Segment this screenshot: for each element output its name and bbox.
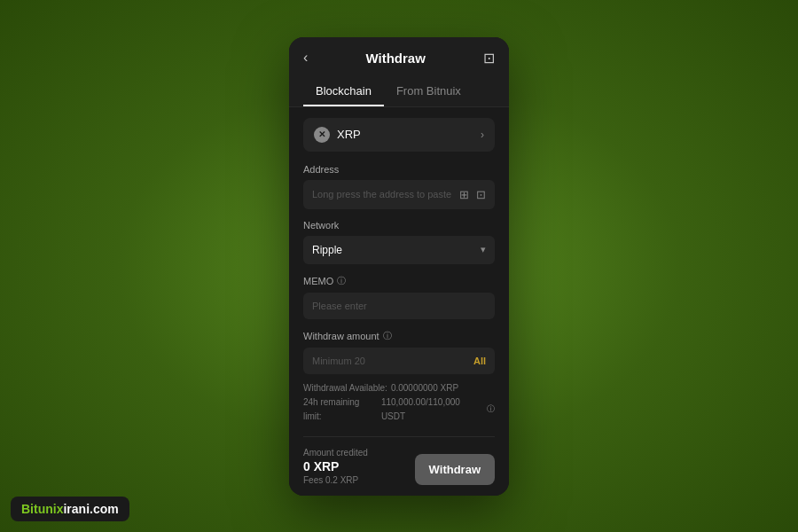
amount-credited-block: Amount credited 0 XRP Fees 0.2 XRP	[303, 448, 415, 485]
chevron-right-icon: ›	[481, 129, 484, 141]
tab-from-bitnuix[interactable]: From Bitnuix	[384, 77, 473, 106]
memo-label-row: MEMO ⓘ	[303, 275, 495, 287]
header-icon[interactable]: ⊡	[483, 50, 495, 66]
tab-bar: Blockchain From Bitnuix	[303, 77, 495, 106]
available-label: Withdrawal Available:	[303, 381, 387, 395]
xrp-icon: ✕	[314, 127, 330, 143]
brand-green: Bitunix	[21, 502, 63, 516]
limit-info-icon[interactable]: ⓘ	[487, 403, 495, 415]
limit-value: 110,000.00/110,000 USDT	[381, 395, 483, 424]
currency-name: XRP	[337, 128, 361, 141]
memo-label: MEMO	[303, 276, 333, 286]
withdraw-button[interactable]: Withdraw	[415, 454, 495, 485]
amount-label: Withdraw amount	[303, 331, 379, 341]
divider	[303, 436, 495, 437]
network-select[interactable]: Ripple ▾	[303, 236, 495, 264]
page-title: Withdraw	[365, 51, 425, 66]
watermark: Bitunix irani.com	[11, 497, 129, 521]
memo-placeholder: Please enter	[312, 301, 486, 311]
withdrawal-info: Withdrawal Available: 0.00000000 XRP 24h…	[303, 381, 495, 424]
all-button[interactable]: All	[473, 356, 486, 366]
fees-text: Fees 0.2 XRP	[303, 475, 415, 485]
tab-blockchain[interactable]: Blockchain	[303, 77, 384, 106]
limit-label: 24h remaining limit:	[303, 395, 378, 424]
phone-container: ‹ Withdraw ⊡ Blockchain From Bitnuix ✕ X…	[289, 37, 509, 496]
address-placeholder: Long press the address to paste	[312, 189, 459, 200]
chevron-down-icon: ▾	[481, 244, 486, 255]
currency-selector[interactable]: ✕ XRP ›	[303, 118, 495, 152]
address-input[interactable]: Long press the address to paste ⊞ ⊡	[303, 180, 495, 209]
amount-label-row: Withdraw amount ⓘ	[303, 330, 495, 342]
credited-label: Amount credited	[303, 448, 415, 458]
amount-placeholder: Minimum 20	[312, 356, 473, 366]
brand-white: irani.com	[63, 502, 118, 516]
memo-info-icon[interactable]: ⓘ	[337, 275, 346, 287]
credited-value: 0 XRP	[303, 459, 415, 473]
address-label: Address	[303, 164, 495, 175]
network-value: Ripple	[312, 244, 342, 256]
memo-input[interactable]: Please enter	[303, 293, 495, 319]
content-area: ✕ XRP › Address Long press the address t…	[289, 107, 509, 496]
scan-icon[interactable]: ⊡	[476, 188, 486, 201]
header: ‹ Withdraw ⊡ Blockchain From Bitnuix	[289, 37, 509, 107]
amount-info-icon[interactable]: ⓘ	[383, 330, 392, 342]
back-button[interactable]: ‹	[303, 50, 308, 66]
paste-icon[interactable]: ⊞	[459, 188, 469, 201]
amount-input[interactable]: Minimum 20 All	[303, 348, 495, 374]
network-label: Network	[303, 220, 495, 231]
available-value: 0.00000000 XRP	[391, 381, 458, 395]
bottom-section: Amount credited 0 XRP Fees 0.2 XRP Withd…	[303, 448, 495, 485]
